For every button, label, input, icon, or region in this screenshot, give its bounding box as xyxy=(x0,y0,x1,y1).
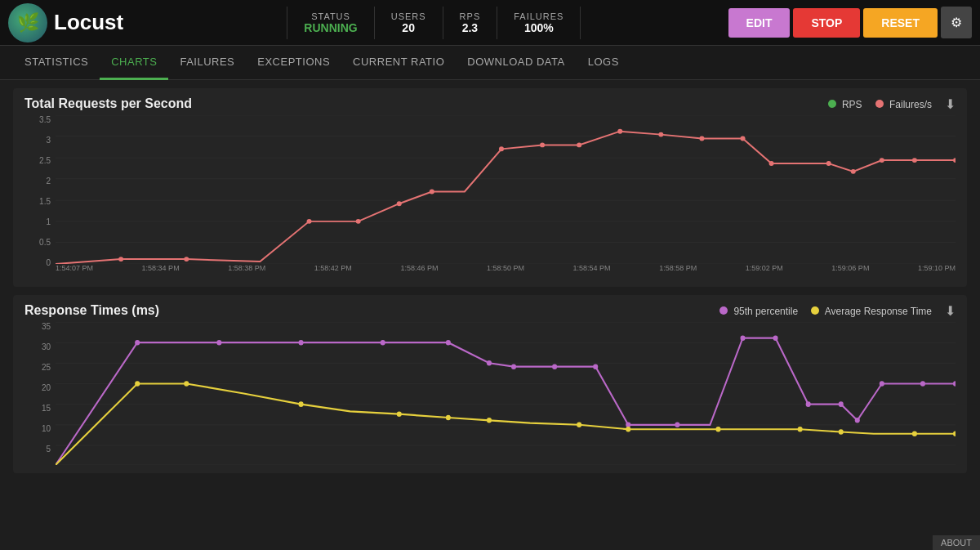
y-label-r10: 10 xyxy=(24,424,51,433)
chart-response-download[interactable]: ⬇ xyxy=(945,303,956,319)
svg-point-52 xyxy=(920,381,925,387)
svg-point-50 xyxy=(855,418,860,423)
svg-point-38 xyxy=(381,340,385,346)
x-label-4: 1:58:46 PM xyxy=(400,264,438,279)
legend-avg-dot xyxy=(811,306,819,315)
svg-point-55 xyxy=(184,381,189,387)
svg-point-21 xyxy=(769,161,774,166)
svg-point-18 xyxy=(658,132,663,137)
x-label-8: 1:59:02 PM xyxy=(746,264,783,279)
svg-point-13 xyxy=(430,190,434,195)
rps-value: 2.3 xyxy=(460,21,481,34)
x-label-3: 1:58:42 PM xyxy=(314,264,352,279)
svg-point-64 xyxy=(839,429,844,435)
x-label-6: 1:58:54 PM xyxy=(573,264,611,279)
y-label-05: 0.5 xyxy=(24,238,51,247)
y-label-0: 0 xyxy=(24,258,51,267)
svg-point-26 xyxy=(953,158,956,163)
svg-point-39 xyxy=(446,340,451,346)
failures-value: 100% xyxy=(514,21,564,34)
chart-response-title: Response Times (ms) xyxy=(24,303,159,318)
svg-point-43 xyxy=(593,364,598,369)
svg-point-25 xyxy=(912,158,917,163)
nav-statistics[interactable]: STATISTICS xyxy=(13,46,100,80)
svg-point-66 xyxy=(953,431,956,436)
svg-point-12 xyxy=(397,201,402,206)
nav-exceptions[interactable]: EXCEPTIONS xyxy=(246,46,341,80)
nav-failures[interactable]: FAILURES xyxy=(168,46,246,80)
chart-rps-title: Total Requests per Second xyxy=(24,96,192,111)
svg-point-10 xyxy=(307,219,312,224)
settings-button[interactable]: ⚙ xyxy=(941,7,972,38)
svg-point-53 xyxy=(953,381,956,387)
svg-point-63 xyxy=(798,427,803,432)
svg-point-59 xyxy=(487,418,492,423)
status-blocks: STATUS RUNNING USERS 20 RPS 2.3 FAILURES… xyxy=(140,7,728,39)
svg-point-19 xyxy=(699,136,704,141)
svg-point-48 xyxy=(806,401,811,407)
legend-failures-label: Failures/s xyxy=(889,99,932,110)
legend-95th-dot xyxy=(719,306,728,315)
chart-rps-x-axis: 1:54:07 PM 1:58:34 PM 1:58:38 PM 1:58:42… xyxy=(56,264,956,279)
about-badge[interactable]: ABOUT xyxy=(933,535,980,550)
nav-download-data[interactable]: DOWNLOAD DATA xyxy=(456,46,576,80)
svg-point-37 xyxy=(299,340,304,346)
legend-avg: Average Response Time xyxy=(811,306,932,317)
svg-point-40 xyxy=(487,360,492,366)
nav-logs[interactable]: LOGS xyxy=(577,46,630,80)
stop-button[interactable]: STOP xyxy=(793,8,860,38)
svg-point-46 xyxy=(741,335,746,341)
legend-rps-label: RPS xyxy=(842,99,862,110)
y-label-r25: 25 xyxy=(24,363,51,372)
edit-button[interactable]: EDIT xyxy=(728,8,791,38)
y-label-35: 3.5 xyxy=(24,115,51,124)
svg-point-61 xyxy=(626,427,630,432)
nav-charts[interactable]: CHARTS xyxy=(100,46,168,80)
x-label-2: 1:58:38 PM xyxy=(228,264,265,279)
legend-avg-label: Average Response Time xyxy=(825,306,932,317)
svg-point-36 xyxy=(216,340,221,346)
header: 🌿 Locust STATUS RUNNING USERS 20 RPS 2.3… xyxy=(0,0,980,46)
chart-response-section: Response Times (ms) 95th percentile Aver… xyxy=(13,295,967,473)
svg-point-51 xyxy=(880,381,884,387)
y-label-r15: 15 xyxy=(24,404,51,413)
y-label-r5: 5 xyxy=(24,445,51,454)
status-block-failures: FAILURES 100% xyxy=(497,7,581,39)
svg-point-57 xyxy=(397,411,402,417)
svg-point-49 xyxy=(839,401,844,407)
main-content: Total Requests per Second RPS Failures/s… xyxy=(0,80,980,550)
svg-point-17 xyxy=(617,129,622,134)
status-block-status: STATUS RUNNING xyxy=(287,7,374,39)
svg-point-65 xyxy=(912,431,917,436)
svg-point-22 xyxy=(826,161,831,166)
svg-point-8 xyxy=(118,257,123,262)
x-label-7: 1:58:58 PM xyxy=(659,264,697,279)
chart-rps-download[interactable]: ⬇ xyxy=(945,96,956,112)
chart-response-container: 35 30 25 20 15 10 5 xyxy=(24,322,956,465)
legend-failures-dot xyxy=(875,100,884,108)
legend-95th-label: 95th percentile xyxy=(733,306,798,317)
logo-area: 🌿 Locust xyxy=(8,3,123,42)
nav: STATISTICS CHARTS FAILURES EXCEPTIONS CU… xyxy=(0,46,980,80)
svg-point-47 xyxy=(773,335,778,341)
chart-rps-y-axis: 3.5 3 2.5 2 1.5 1 0.5 0 xyxy=(24,115,54,279)
svg-point-23 xyxy=(851,169,856,174)
chart-rps-svg xyxy=(56,115,956,264)
x-label-1: 1:58:34 PM xyxy=(142,264,180,279)
status-value: RUNNING xyxy=(304,21,357,34)
chart-rps-section: Total Requests per Second RPS Failures/s… xyxy=(13,88,967,287)
failures-label: FAILURES xyxy=(514,11,564,21)
svg-point-42 xyxy=(552,364,557,369)
y-label-r20: 20 xyxy=(24,383,51,392)
svg-point-41 xyxy=(511,364,516,369)
y-label-r30: 30 xyxy=(24,342,51,351)
users-value: 20 xyxy=(391,21,426,34)
svg-point-45 xyxy=(675,423,679,428)
reset-button[interactable]: RESET xyxy=(863,8,938,38)
nav-current-ratio[interactable]: CURRENT RATIO xyxy=(341,46,456,80)
svg-point-24 xyxy=(880,158,884,163)
chart-rps-legend: RPS Failures/s xyxy=(828,99,932,110)
y-label-3: 3 xyxy=(24,136,51,145)
status-block-users: USERS 20 xyxy=(375,7,443,39)
svg-point-54 xyxy=(135,381,140,387)
